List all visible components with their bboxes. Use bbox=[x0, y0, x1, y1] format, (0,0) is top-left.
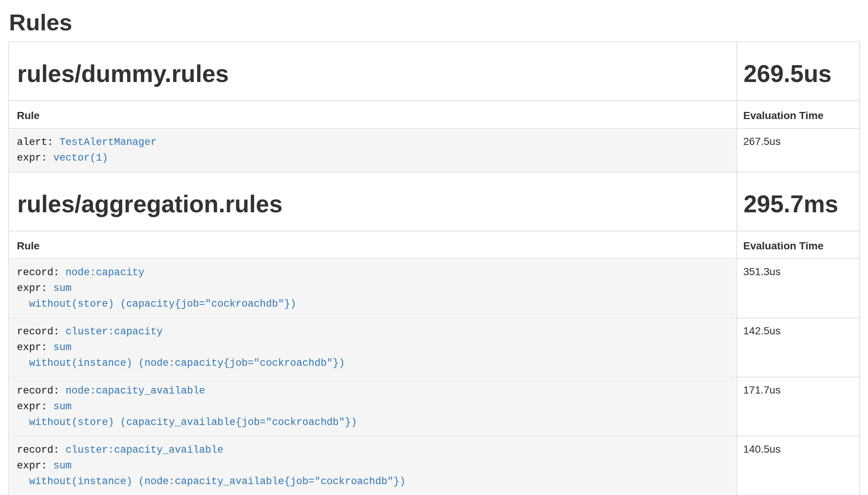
rule-expression-link[interactable]: cluster:capacity_available bbox=[66, 444, 223, 456]
rule-row: alert: TestAlertManager expr: vector(1)2… bbox=[9, 128, 860, 172]
rule-definition-cell: record: cluster:capacity_available expr:… bbox=[9, 436, 737, 495]
rule-code-keyword: record: bbox=[17, 326, 66, 337]
rule-column-header: Rule bbox=[9, 101, 737, 128]
rule-code-block: record: cluster:capacity expr: sum witho… bbox=[10, 319, 736, 376]
rule-row: record: cluster:capacity expr: sum witho… bbox=[9, 318, 860, 377]
rule-expression-link[interactable]: without(store) (capacity{job="cockroachd… bbox=[17, 298, 296, 310]
rule-evaluation-time-cell: 142.5us bbox=[737, 318, 860, 377]
rule-group-title: rules/aggregation.rules bbox=[9, 186, 736, 217]
rule-code-block: record: node:capacity expr: sum without(… bbox=[10, 260, 736, 317]
rules-table-body: rules/dummy.rules269.5usRuleEvaluation T… bbox=[9, 42, 860, 495]
rule-row: record: node:capacity_available expr: su… bbox=[9, 377, 860, 436]
rule-code-keyword: record: bbox=[17, 444, 66, 456]
evaluation-time-column-header: Evaluation Time bbox=[737, 231, 860, 259]
rule-expression-link[interactable]: vector(1) bbox=[53, 152, 108, 164]
rule-group-file-cell: rules/dummy.rules bbox=[9, 42, 737, 101]
rule-code-keyword: expr: bbox=[17, 401, 53, 412]
rule-group-header-row: rules/aggregation.rules295.7ms bbox=[9, 172, 860, 231]
rules-page: Rules rules/dummy.rules269.5usRuleEvalua… bbox=[0, 0, 868, 495]
evaluation-time-column-header: Evaluation Time bbox=[737, 101, 860, 128]
rule-code-block: alert: TestAlertManager expr: vector(1) bbox=[10, 130, 736, 171]
page-title: Rules bbox=[9, 10, 868, 35]
rule-expression-link[interactable]: sum bbox=[53, 342, 72, 353]
rule-evaluation-time: 171.7us bbox=[743, 384, 781, 396]
rule-expression-link[interactable]: without(instance) (node:capacity_availab… bbox=[17, 476, 406, 487]
rule-evaluation-time-cell: 351.3us bbox=[737, 259, 860, 318]
rule-evaluation-time: 351.3us bbox=[743, 266, 781, 277]
rule-evaluation-time-cell: 171.7us bbox=[737, 377, 860, 436]
rule-definition-cell: alert: TestAlertManager expr: vector(1) bbox=[9, 128, 737, 172]
column-header-row: RuleEvaluation Time bbox=[9, 231, 860, 259]
rule-evaluation-time-cell: 267.5us bbox=[737, 128, 860, 172]
rules-table: rules/dummy.rules269.5usRuleEvaluation T… bbox=[8, 41, 860, 495]
rule-group-title: rules/dummy.rules bbox=[9, 56, 736, 86]
rule-code-keyword: expr: bbox=[17, 342, 53, 353]
rule-code-keyword: alert: bbox=[17, 137, 59, 148]
rule-definition-cell: record: node:capacity expr: sum without(… bbox=[9, 259, 737, 318]
rule-expression-link[interactable]: without(store) (capacity_available{job="… bbox=[17, 417, 357, 428]
rule-expression-link[interactable]: node:capacity bbox=[66, 267, 145, 278]
rule-expression-link[interactable]: TestAlertManager bbox=[59, 137, 156, 148]
rule-code-block: record: node:capacity_available expr: su… bbox=[10, 378, 736, 435]
rule-code-keyword: record: bbox=[17, 385, 66, 397]
rule-group-evaluation-time: 295.7ms bbox=[738, 186, 859, 217]
rule-column-header: Rule bbox=[9, 231, 737, 259]
rule-expression-link[interactable]: node:capacity_available bbox=[66, 385, 205, 397]
rule-row: record: node:capacity expr: sum without(… bbox=[9, 259, 860, 318]
rule-code-keyword: expr: bbox=[17, 460, 53, 471]
rule-group-evaluation-time-cell: 269.5us bbox=[737, 42, 860, 101]
rule-code-block: record: cluster:capacity_available expr:… bbox=[10, 437, 736, 494]
rule-evaluation-time: 140.5us bbox=[743, 443, 781, 455]
rule-code-keyword: expr: bbox=[17, 283, 53, 294]
rule-group-evaluation-time: 269.5us bbox=[738, 56, 859, 86]
rule-evaluation-time: 267.5us bbox=[743, 136, 781, 147]
rule-expression-link[interactable]: without(instance) (node:capacity{job="co… bbox=[17, 358, 345, 369]
rule-expression-link[interactable]: sum bbox=[53, 283, 72, 294]
rule-definition-cell: record: cluster:capacity expr: sum witho… bbox=[9, 318, 737, 377]
rule-group-header-row: rules/dummy.rules269.5us bbox=[9, 42, 860, 101]
rule-expression-link[interactable]: sum bbox=[53, 460, 72, 471]
rule-expression-link[interactable]: sum bbox=[53, 401, 72, 412]
rule-group-evaluation-time-cell: 295.7ms bbox=[737, 172, 860, 231]
rule-expression-link[interactable]: cluster:capacity bbox=[66, 326, 163, 337]
rule-code-keyword: expr: bbox=[17, 152, 53, 164]
rule-evaluation-time: 142.5us bbox=[743, 325, 781, 337]
rule-group-file-cell: rules/aggregation.rules bbox=[9, 172, 737, 231]
rule-code-keyword: record: bbox=[17, 267, 66, 278]
rule-definition-cell: record: node:capacity_available expr: su… bbox=[9, 377, 737, 436]
column-header-row: RuleEvaluation Time bbox=[9, 101, 860, 128]
rule-evaluation-time-cell: 140.5us bbox=[737, 436, 860, 495]
rule-row: record: cluster:capacity_available expr:… bbox=[9, 436, 860, 495]
